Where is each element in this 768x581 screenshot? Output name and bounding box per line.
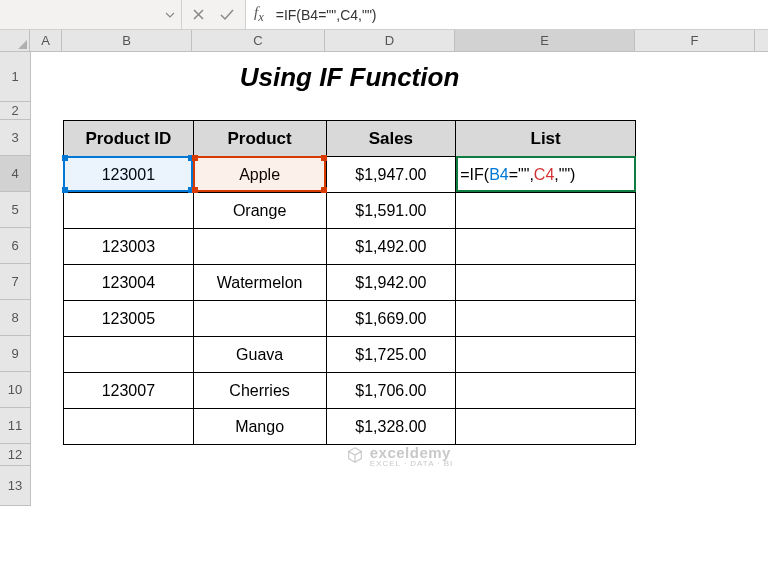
cell-e4[interactable]: =IF(B4="",C4,"") <box>456 157 636 193</box>
cell-c8[interactable] <box>193 301 326 337</box>
data-table: Product ID Product Sales List 123001 App… <box>63 120 636 445</box>
row-header-8[interactable]: 8 <box>0 300 30 336</box>
cell-c7[interactable]: Watermelon <box>193 265 326 301</box>
col-header-f[interactable]: F <box>635 30 755 51</box>
cell-e9[interactable] <box>456 337 636 373</box>
row-header-10[interactable]: 10 <box>0 372 30 408</box>
table-header-row: Product ID Product Sales List <box>64 121 636 157</box>
table-row: 123005 $1,669.00 <box>64 301 636 337</box>
cell-c4[interactable]: Apple <box>193 157 326 193</box>
table-row: 123003 $1,492.00 <box>64 229 636 265</box>
cell-d9[interactable]: $1,725.00 <box>326 337 456 373</box>
row-header-6[interactable]: 6 <box>0 228 30 264</box>
row-header-12[interactable]: 12 <box>0 444 30 466</box>
cell-c9[interactable]: Guava <box>193 337 326 373</box>
watermark: exceldemy EXCEL · DATA · BI <box>31 445 768 467</box>
select-all-corner[interactable] <box>0 30 30 51</box>
row-header-11[interactable]: 11 <box>0 408 30 444</box>
cell-d4[interactable]: $1,947.00 <box>326 157 456 193</box>
cell-d10[interactable]: $1,706.00 <box>326 373 456 409</box>
formula-bar-buttons <box>182 0 246 29</box>
cell-d8[interactable]: $1,669.00 <box>326 301 456 337</box>
cell-b5[interactable] <box>64 193 194 229</box>
cell-b7[interactable]: 123004 <box>64 265 194 301</box>
table-row: Guava $1,725.00 <box>64 337 636 373</box>
row-header-9[interactable]: 9 <box>0 336 30 372</box>
row-header-13[interactable]: 13 <box>0 466 30 506</box>
fx-icon[interactable]: fx <box>246 4 272 25</box>
col-header-c[interactable]: C <box>192 30 325 51</box>
formula-bar: fx =IF(B4="",C4,"") <box>0 0 768 30</box>
row-header-3[interactable]: 3 <box>0 120 30 156</box>
cancel-icon[interactable] <box>192 8 205 21</box>
cell-c10[interactable]: Cherries <box>193 373 326 409</box>
row-header-7[interactable]: 7 <box>0 264 30 300</box>
table-row: 123001 Apple $1,947.00 =IF(B4="",C4,"") <box>64 157 636 193</box>
cell-d11[interactable]: $1,328.00 <box>326 409 456 445</box>
cell-c11[interactable]: Mango <box>193 409 326 445</box>
chevron-down-icon <box>165 10 175 20</box>
cell-b11[interactable] <box>64 409 194 445</box>
th-product[interactable]: Product <box>193 121 326 157</box>
col-header-e[interactable]: E <box>455 30 635 51</box>
cell-b9[interactable] <box>64 337 194 373</box>
cell-b6[interactable]: 123003 <box>64 229 194 265</box>
watermark-tagline: EXCEL · DATA · BI <box>370 460 454 468</box>
row-header-col: 1 2 3 4 5 6 7 8 9 10 11 12 13 <box>0 52 31 506</box>
col-header-a[interactable]: A <box>30 30 62 51</box>
cell-b10[interactable]: 123007 <box>64 373 194 409</box>
row-header-2[interactable]: 2 <box>0 102 30 120</box>
col-header-d[interactable]: D <box>325 30 455 51</box>
col-header-b[interactable]: B <box>62 30 192 51</box>
watermark-brand: exceldemy <box>370 444 451 461</box>
cube-icon <box>346 446 364 467</box>
table-row: 123007 Cherries $1,706.00 <box>64 373 636 409</box>
page-title: Using IF Function <box>31 52 636 102</box>
table-row: Mango $1,328.00 <box>64 409 636 445</box>
cell-e11[interactable] <box>456 409 636 445</box>
check-icon[interactable] <box>219 8 235 21</box>
cell-e8[interactable] <box>456 301 636 337</box>
cell-d6[interactable]: $1,492.00 <box>326 229 456 265</box>
table-row: Orange $1,591.00 <box>64 193 636 229</box>
cell-c6[interactable] <box>193 229 326 265</box>
th-sales[interactable]: Sales <box>326 121 456 157</box>
cell-b4[interactable]: 123001 <box>64 157 194 193</box>
cells-area[interactable]: Using IF Function Product ID Product Sal… <box>31 52 768 506</box>
row-header-4[interactable]: 4 <box>0 156 30 192</box>
cell-d5[interactable]: $1,591.00 <box>326 193 456 229</box>
formula-bar-input[interactable]: =IF(B4="",C4,"") <box>272 7 377 23</box>
cell-e6[interactable] <box>456 229 636 265</box>
column-header-row: A B C D E F <box>0 30 768 52</box>
th-product-id[interactable]: Product ID <box>64 121 194 157</box>
cell-b8[interactable]: 123005 <box>64 301 194 337</box>
cell-e7[interactable] <box>456 265 636 301</box>
cell-d7[interactable]: $1,942.00 <box>326 265 456 301</box>
cell-e10[interactable] <box>456 373 636 409</box>
row-header-1[interactable]: 1 <box>0 52 30 102</box>
cell-c5[interactable]: Orange <box>193 193 326 229</box>
cell-e5[interactable] <box>456 193 636 229</box>
table-row: 123004 Watermelon $1,942.00 <box>64 265 636 301</box>
th-list[interactable]: List <box>456 121 636 157</box>
row-header-5[interactable]: 5 <box>0 192 30 228</box>
name-box[interactable] <box>0 0 182 29</box>
